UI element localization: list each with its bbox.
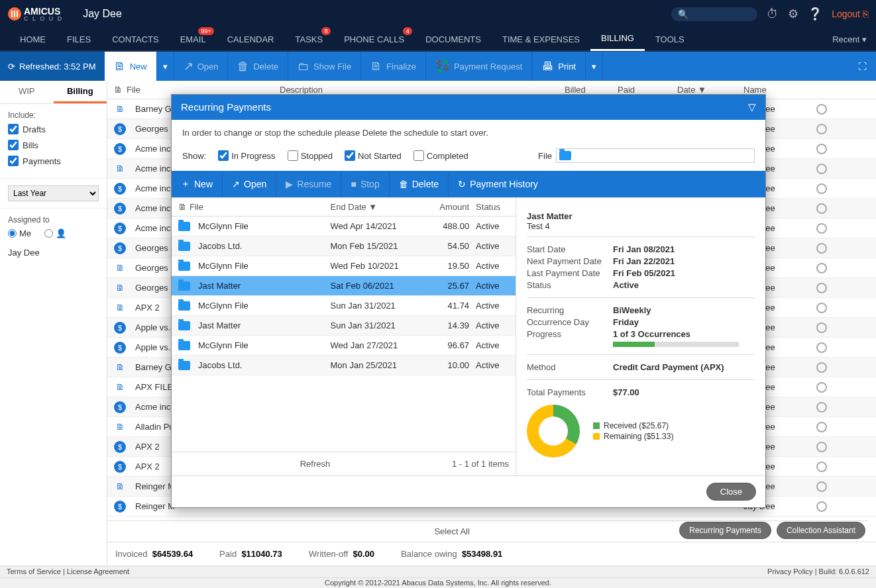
dialog-close-button[interactable]: Close [706, 483, 756, 501]
row-select-radio[interactable] [816, 164, 827, 174]
col-paid-header[interactable]: Paid [618, 85, 677, 95]
include-payments[interactable]: Payments [8, 156, 99, 166]
dlg-col-status[interactable]: Status [469, 202, 509, 212]
row-select-radio[interactable] [816, 402, 827, 413]
col-date-header[interactable]: Date ▼ [677, 85, 743, 95]
dlg-resume-button[interactable]: ▶Resume [276, 171, 341, 197]
delete-button[interactable]: 🗑Delete [228, 52, 288, 81]
row-select-radio[interactable] [816, 203, 827, 214]
select-all-link[interactable]: Select All [434, 526, 469, 536]
new-button[interactable]: 🗎New [105, 52, 157, 81]
nav-contacts[interactable]: CONTACTS [101, 27, 170, 51]
dlg-col-file[interactable]: 🗎File [178, 202, 331, 212]
folder-icon [178, 242, 190, 251]
dlg-refresh-link[interactable]: Refresh [300, 459, 331, 469]
row-select-radio[interactable] [816, 124, 827, 134]
dialog-description: In order to change or stop the schedule … [172, 120, 765, 146]
row-select-radio[interactable] [816, 442, 827, 452]
assigned-me[interactable]: Me [8, 228, 31, 238]
col-file-header[interactable]: 🗎File [114, 85, 280, 95]
dlg-new-button[interactable]: ＋New [172, 171, 223, 197]
dlg-pager: 1 - 1 of 1 items [452, 459, 509, 469]
dialog-table-row[interactable]: McGlynn FileSun Jan 31/202141.74Active [172, 296, 516, 316]
row-select-radio[interactable] [816, 422, 827, 432]
dollar-icon: $ [114, 143, 126, 155]
dialog-table-row[interactable]: McGlynn FileWed Jan 27/202196.67Active [172, 336, 516, 356]
new-dropdown[interactable]: ▾ [157, 52, 174, 81]
footer-left[interactable]: Terms of Service | License Agreement [7, 567, 129, 576]
row-select-radio[interactable] [816, 223, 827, 234]
dlg-history-button[interactable]: ↻Payment History [449, 171, 547, 197]
assigned-other[interactable]: 👤 [44, 228, 66, 238]
file-filter-input[interactable] [556, 148, 755, 163]
filter-completed[interactable]: Completed [413, 150, 468, 161]
dialog-table-row[interactable]: Jacobs Ltd.Mon Jan 25/202110.00Active [172, 356, 516, 375]
tab-wip[interactable]: WIP [0, 81, 54, 103]
print-dropdown[interactable]: ▾ [586, 52, 603, 81]
row-select-radio[interactable] [816, 322, 827, 333]
row-select-radio[interactable] [816, 283, 827, 293]
nav-calendar[interactable]: CALENDAR [217, 27, 285, 51]
dialog-table-row[interactable]: McGlynn FileWed Feb 10/202119.50Active [172, 256, 516, 276]
nav-time-expenses[interactable]: TIME & EXPENSES [492, 27, 590, 51]
collection-assistant-button[interactable]: Collection Assistant [777, 522, 865, 539]
nav-files[interactable]: FILES [56, 27, 101, 51]
fullscreen-button[interactable]: ⛶ [849, 52, 876, 81]
showfile-button[interactable]: 🗀Show File [288, 52, 361, 81]
gear-icon[interactable]: ⚙ [788, 7, 798, 21]
payment-request-button[interactable]: 💱Payment Request [426, 52, 532, 81]
row-select-radio[interactable] [816, 462, 827, 472]
help-icon[interactable]: ❔ [808, 7, 822, 21]
search-input[interactable] [688, 9, 751, 19]
filter-inprogress[interactable]: In Progress [218, 150, 275, 161]
timer-icon[interactable]: ⏱ [767, 7, 779, 21]
nav-email[interactable]: EMAIL99+ [170, 27, 217, 51]
finalize-button[interactable]: 🗎Finalize [361, 52, 426, 81]
open-button[interactable]: ↗Open [174, 52, 229, 81]
dialog-table-row[interactable]: Jast MatterSat Feb 06/202125.67Active [172, 276, 516, 296]
dialog-table-row[interactable]: Jacobs Ltd.Mon Feb 15/202154.50Active [172, 236, 516, 256]
dlg-open-button[interactable]: ↗Open [223, 171, 276, 197]
include-bills[interactable]: Bills [8, 140, 99, 150]
nav-tools[interactable]: TOOLS [645, 27, 695, 51]
row-select-radio[interactable] [816, 104, 827, 115]
global-search[interactable]: 🔍 [671, 7, 757, 21]
row-select-radio[interactable] [816, 263, 827, 273]
nav-billing[interactable]: BILLING [590, 27, 645, 51]
filter-stopped[interactable]: Stopped [288, 150, 333, 161]
nav-phone-calls[interactable]: PHONE CALLS4 [333, 27, 415, 51]
logout-button[interactable]: Logout ⎘ [832, 9, 868, 19]
date-range-select[interactable]: Last Year [8, 185, 99, 201]
row-select-radio[interactable] [816, 342, 827, 353]
dialog-table-row[interactable]: McGlynn FileWed Apr 14/2021488.00Active [172, 217, 516, 236]
dialog-table: 🗎File End Date ▼ Amount Status McGlynn F… [172, 198, 516, 475]
row-select-radio[interactable] [816, 382, 827, 393]
dlg-col-enddate[interactable]: End Date ▼ [331, 202, 423, 212]
row-select-radio[interactable] [816, 243, 827, 254]
row-select-radio[interactable] [816, 501, 827, 512]
collapse-icon[interactable]: ▽ [748, 101, 756, 113]
row-select-radio[interactable] [816, 481, 827, 492]
print-button[interactable]: 🖶Print [532, 52, 586, 81]
row-select-radio[interactable] [816, 362, 827, 373]
dlg-col-amount[interactable]: Amount [423, 202, 469, 212]
refresh-status[interactable]: ⟳Refreshed: 3:52 PM [0, 52, 105, 81]
filter-notstarted[interactable]: Not Started [345, 150, 402, 161]
col-desc-header[interactable]: Description [280, 85, 565, 95]
dialog-table-row[interactable]: Jast MatterSun Jan 31/202114.39Active [172, 316, 516, 336]
include-drafts[interactable]: Drafts [8, 124, 99, 134]
dlg-stop-button[interactable]: ■Stop [341, 171, 389, 197]
recent-dropdown[interactable]: Recent ▾ [832, 34, 867, 44]
nav-documents[interactable]: DOCUMENTS [415, 27, 492, 51]
col-billed-header[interactable]: Billed [565, 85, 618, 95]
footer-right[interactable]: Privacy Policy | Build: 6.0.6.612 [767, 567, 869, 576]
row-select-radio[interactable] [816, 183, 827, 194]
tab-billing[interactable]: Billing [54, 81, 107, 103]
row-select-radio[interactable] [816, 303, 827, 313]
nav-tasks[interactable]: TASKS8 [284, 27, 333, 51]
row-select-radio[interactable] [816, 144, 827, 154]
nav-home[interactable]: HOME [9, 27, 56, 51]
col-name-header[interactable]: Name [743, 85, 816, 95]
recurring-payments-button[interactable]: Recurring Payments [679, 522, 771, 539]
dlg-delete-button[interactable]: 🗑Delete [390, 171, 449, 197]
